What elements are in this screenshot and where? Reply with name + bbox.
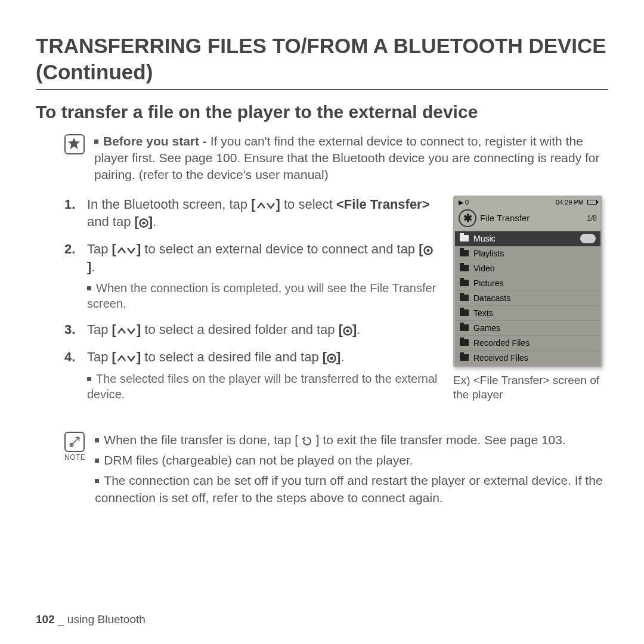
page-footer: 102 _ using Bluetooth xyxy=(36,613,145,626)
device-list-item-label: Recorded Files xyxy=(473,338,530,348)
device-list-item: Pictures xyxy=(455,276,600,291)
bullet-icon xyxy=(95,459,99,463)
up-down-icon xyxy=(116,246,137,255)
select-icon xyxy=(139,218,148,228)
svg-marker-0 xyxy=(68,137,80,148)
section-subtitle: To transfer a file on the player to the … xyxy=(36,102,608,122)
step-3-pre: Tap xyxy=(87,322,112,337)
step-1-post1: and tap xyxy=(87,214,135,229)
device-list-item-label: Pictures xyxy=(473,278,504,288)
device-list-item-label: Datacasts xyxy=(473,293,510,303)
note-item-1: When the file transfer is done, tap [ ] … xyxy=(95,432,608,448)
step-1-bold: <File Transfer> xyxy=(336,197,430,212)
star-icon xyxy=(64,134,85,154)
bullet-icon xyxy=(87,377,91,381)
back-icon xyxy=(302,436,312,446)
folder-icon xyxy=(460,354,469,361)
step-2-pre: Tap xyxy=(87,242,112,256)
svg-point-8 xyxy=(330,357,333,360)
device-list-item-label: Music xyxy=(473,234,496,243)
device-list-item: Games xyxy=(455,321,600,336)
device-list-item-label: Received Files xyxy=(473,353,528,363)
footer-sep: _ xyxy=(55,613,67,626)
before-lead: Before you start - xyxy=(103,134,207,148)
bullet-icon xyxy=(94,140,98,144)
device-caption: Ex) <File Transfer> screen of the player xyxy=(453,373,608,402)
page-title: TRANSFERRING FILES TO/FROM A BLUETOOTH D… xyxy=(36,33,608,90)
device-header-count: 1/8 xyxy=(587,214,597,222)
step-4-sub: The selected files on the player will be… xyxy=(87,371,440,402)
device-list-item: Datacasts xyxy=(455,291,600,306)
svg-point-2 xyxy=(142,222,145,225)
device-list-item-label: Video xyxy=(473,264,495,273)
select-icon xyxy=(327,354,336,363)
up-down-icon xyxy=(116,354,137,363)
folder-icon xyxy=(460,235,469,242)
step-3: Tap [] to select a desired folder and ta… xyxy=(64,321,440,339)
folder-icon xyxy=(460,339,469,346)
folder-icon xyxy=(460,250,469,256)
up-down-icon xyxy=(256,201,276,210)
device-status-bar: ▶ 0 04:29 PM xyxy=(455,197,600,207)
step-2-post2: . xyxy=(91,259,95,274)
step-2: Tap [] to select an external device to c… xyxy=(64,240,440,311)
device-list-item: Received Files xyxy=(455,351,600,366)
bullet-icon xyxy=(95,479,99,483)
device-list-item: Video xyxy=(455,261,600,276)
footer-section: using Bluetooth xyxy=(67,613,145,626)
step-4-mid: to select a desired file and tap xyxy=(141,349,323,364)
before-you-start-block: Before you start - If you can't find the… xyxy=(36,133,608,184)
steps-list: In the Bluetooth screen, tap [] to selec… xyxy=(36,196,440,402)
note-block: NOTE When the file transfer is done, tap… xyxy=(36,432,608,510)
step-1-mid: to select xyxy=(280,197,336,212)
device-time: 04:29 PM xyxy=(556,199,584,206)
play-indicator: ▶ 0 xyxy=(459,199,469,206)
folder-icon xyxy=(460,309,469,316)
device-header-title: File Transfer xyxy=(480,213,530,223)
select-icon xyxy=(423,246,433,255)
svg-point-6 xyxy=(346,330,349,333)
note-label: NOTE xyxy=(64,453,85,462)
battery-icon xyxy=(587,200,597,205)
select-icon xyxy=(343,326,352,336)
bullet-icon xyxy=(95,438,99,442)
selection-arrow-icon xyxy=(580,234,596,243)
step-1-post2: . xyxy=(153,214,156,229)
svg-point-4 xyxy=(426,249,429,252)
note-item-2: DRM files (chargeable) can not be played… xyxy=(95,452,608,469)
device-list-item: Music xyxy=(455,231,600,246)
up-down-icon xyxy=(116,326,137,336)
folder-icon xyxy=(460,324,469,331)
step-4-post2: . xyxy=(340,349,344,364)
step-4-pre: Tap xyxy=(87,349,112,364)
device-list-item: Texts xyxy=(455,306,600,321)
device-list-item-label: Playlists xyxy=(473,249,504,258)
page-number: 102 xyxy=(36,613,55,626)
step-4: Tap [] to select a desired file and tap … xyxy=(64,348,440,402)
device-screenshot: ▶ 0 04:29 PM ✱ File Transfer 1/8 MusicPl… xyxy=(453,196,602,367)
note-item-3: The connection can be set off if you tur… xyxy=(95,472,608,506)
bluetooth-icon: ✱ xyxy=(459,209,476,227)
bullet-icon xyxy=(87,286,91,290)
step-1-pre: In the Bluetooth screen, tap xyxy=(87,197,251,212)
folder-icon xyxy=(460,265,469,271)
device-list-item-label: Texts xyxy=(473,308,493,318)
device-list-item: Recorded Files xyxy=(455,336,600,351)
step-1: In the Bluetooth screen, tap [] to selec… xyxy=(64,196,440,231)
step-3-post2: . xyxy=(357,322,360,337)
note-list: When the file transfer is done, tap [ ] … xyxy=(95,432,608,510)
device-file-list: MusicPlaylistsVideoPicturesDatacastsText… xyxy=(455,231,600,366)
folder-icon xyxy=(460,295,469,301)
note-icon xyxy=(64,432,85,452)
step-3-mid: to select a desired folder and tap xyxy=(141,322,338,337)
step-2-sub: When the connection is completed, you wi… xyxy=(87,280,440,311)
device-header: ✱ File Transfer 1/8 xyxy=(455,207,600,231)
device-list-item: Playlists xyxy=(455,246,600,261)
folder-icon xyxy=(460,280,469,286)
device-list-item-label: Games xyxy=(473,323,500,333)
before-you-start-text: Before you start - If you can't find the… xyxy=(94,133,608,184)
step-2-mid: to select an external device to connect … xyxy=(141,242,419,256)
